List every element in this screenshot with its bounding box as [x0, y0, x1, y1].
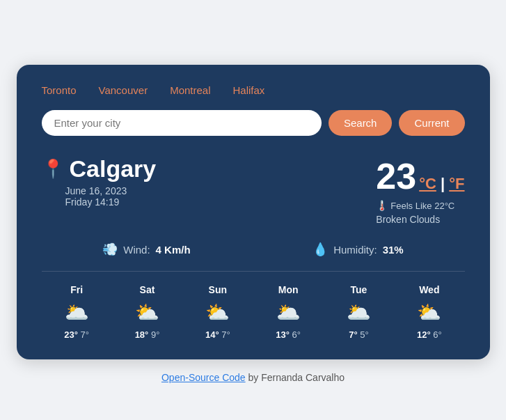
forecast-day-sat: Sat ⛅ 18° 9° — [112, 284, 182, 340]
forecast-icon: 🌥️ — [347, 301, 371, 324]
weather-card: TorontoVancouverMontrealHalifax Search C… — [17, 65, 490, 359]
forecast-temps: 7° 5° — [349, 329, 369, 340]
forecast-hi: 7° — [349, 329, 357, 340]
quick-city-montreal[interactable]: Montreal — [170, 84, 210, 96]
quick-cities-row: TorontoVancouverMontrealHalifax — [42, 84, 465, 96]
forecast-hi: 18° — [135, 329, 149, 340]
current-location-button[interactable]: Current — [399, 110, 464, 136]
forecast-icon: ⛅ — [417, 301, 441, 324]
temp-row: 23 °C | °F — [376, 155, 464, 197]
forecast-label: Sun — [209, 284, 227, 295]
temp-separator: | — [441, 175, 445, 192]
humidity-icon: 💧 — [313, 242, 328, 257]
footer-suffix: by Fernanda Carvalho — [246, 372, 345, 383]
forecast-lo: 5° — [360, 329, 368, 340]
forecast-lo: 7° — [81, 329, 89, 340]
app-wrapper: TorontoVancouverMontrealHalifax Search C… — [14, 14, 492, 420]
thermometer-icon: 🌡️ — [376, 200, 388, 211]
forecast-day-fri: Fri 🌥️ 23° 7° — [42, 284, 112, 340]
forecast-label: Tue — [351, 284, 367, 295]
forecast-day-mon: Mon 🌥️ 13° 6° — [253, 284, 323, 340]
search-button[interactable]: Search — [329, 110, 393, 136]
forecast-day-wed: Wed ⛅ 12° 6° — [394, 284, 464, 340]
forecast-hi: 13° — [276, 329, 290, 340]
location-icon: 📍 — [42, 158, 64, 180]
forecast-lo: 6° — [433, 329, 441, 340]
city-name: Calgary — [70, 155, 157, 182]
wind-icon: 💨 — [102, 242, 118, 257]
forecast-icon: ⛅ — [205, 301, 230, 324]
forecast-label: Mon — [278, 284, 299, 295]
open-source-link[interactable]: Open-Source Code — [161, 372, 246, 383]
city-date: June 16, 2023 — [65, 185, 127, 196]
forecast-temps: 12° 6° — [417, 329, 442, 340]
fahrenheit-button[interactable]: °F — [449, 175, 464, 192]
city-block: 📍 Calgary June 16, 2023 Friday 14:19 — [42, 155, 157, 208]
humidity-label: Humidity: — [333, 244, 377, 256]
wind-label: Wind: — [123, 244, 150, 256]
forecast-label: Fri — [70, 284, 83, 295]
stats-row: 💨 Wind: 4 Km/h 💧 Humidity: 31% — [42, 242, 465, 257]
forecast-icon: ⛅ — [135, 301, 159, 324]
forecast-lo: 6° — [292, 329, 301, 340]
city-time: Friday 14:19 — [65, 196, 120, 208]
quick-city-halifax[interactable]: Halifax — [233, 84, 265, 96]
wind-stat: 💨 Wind: 4 Km/h — [102, 242, 190, 257]
forecast-icon: 🌥️ — [276, 301, 301, 324]
forecast-lo: 7° — [221, 329, 230, 340]
forecast-row: Fri 🌥️ 23° 7° Sat ⛅ 18° 9° Sun ⛅ 14° 7° … — [42, 284, 465, 340]
temp-block: 23 °C | °F 🌡️ Feels Like 22°C Broken Clo… — [376, 155, 464, 225]
search-input[interactable] — [42, 110, 322, 136]
forecast-temps: 13° 6° — [276, 329, 301, 340]
forecast-hi: 23° — [64, 329, 78, 340]
weather-description: Broken Clouds — [376, 214, 440, 225]
humidity-value: 31% — [383, 244, 404, 256]
forecast-label: Sat — [140, 284, 155, 295]
footer: Open-Source Code by Fernanda Carvalho — [161, 372, 345, 383]
forecast-label: Wed — [419, 284, 439, 295]
forecast-icon: 🌥️ — [65, 301, 89, 324]
weather-main: 📍 Calgary June 16, 2023 Friday 14:19 23 … — [42, 155, 465, 225]
forecast-temps: 14° 7° — [205, 329, 230, 340]
forecast-hi: 12° — [417, 329, 431, 340]
forecast-hi: 14° — [205, 329, 219, 340]
humidity-stat: 💧 Humidity: 31% — [313, 242, 404, 257]
forecast-temps: 18° 9° — [135, 329, 160, 340]
feels-like: 🌡️ Feels Like 22°C — [376, 200, 454, 211]
forecast-day-sun: Sun ⛅ 14° 7° — [182, 284, 253, 340]
city-name-row: 📍 Calgary — [42, 155, 157, 182]
celsius-button[interactable]: °C — [419, 175, 436, 192]
forecast-day-tue: Tue 🌥️ 7° 5° — [324, 284, 394, 340]
wind-value: 4 Km/h — [156, 244, 191, 256]
feels-like-text: Feels Like 22°C — [390, 201, 454, 211]
search-row: Search Current — [42, 110, 465, 136]
temp-units: °C | °F — [419, 175, 464, 193]
forecast-temps: 23° 7° — [64, 329, 89, 340]
quick-city-vancouver[interactable]: Vancouver — [99, 84, 148, 96]
temp-value: 23 — [376, 155, 416, 197]
forecast-lo: 9° — [151, 329, 159, 340]
quick-city-toronto[interactable]: Toronto — [42, 84, 77, 96]
divider — [42, 271, 465, 272]
